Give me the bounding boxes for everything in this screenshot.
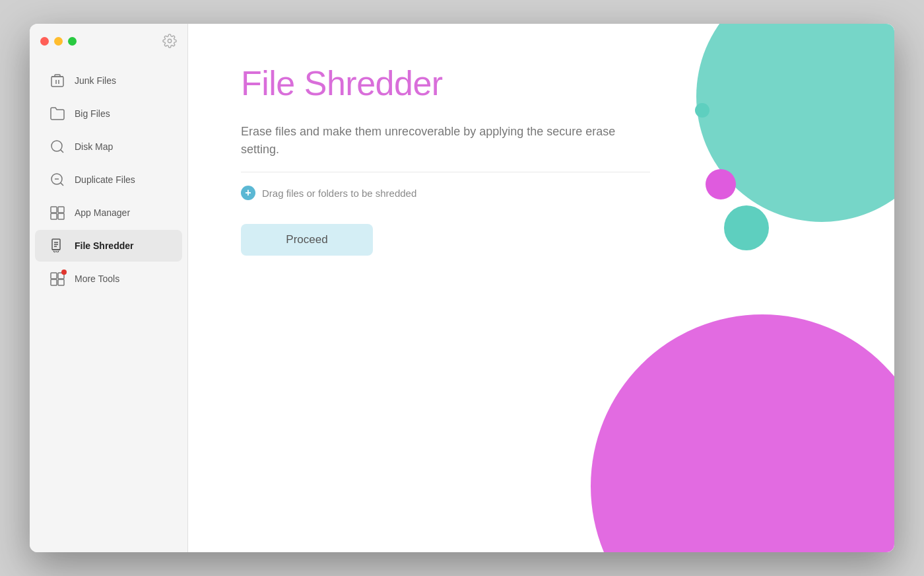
sidebar-item-more-tools[interactable]: More Tools <box>35 263 182 295</box>
page-description: Erase files and make them unrecoverable … <box>241 123 650 172</box>
traffic-lights <box>40 37 77 46</box>
svg-rect-1 <box>51 77 63 87</box>
svg-point-5 <box>51 141 62 151</box>
maximize-button[interactable] <box>68 37 77 46</box>
add-icon: + <box>241 186 255 200</box>
svg-line-16 <box>53 251 55 252</box>
gear-icon[interactable] <box>162 34 177 48</box>
sidebar-item-big-files[interactable]: Big Files <box>35 98 182 129</box>
app-manager-icon <box>48 203 67 222</box>
sidebar-item-file-shredder[interactable]: File Shredder <box>35 230 182 262</box>
junk-files-label: Junk Files <box>75 75 116 86</box>
sidebar-item-app-manager[interactable]: App Manager <box>35 197 182 229</box>
big-files-icon <box>48 104 67 123</box>
svg-line-6 <box>61 150 63 153</box>
big-files-label: Big Files <box>75 108 110 119</box>
disk-map-label: Disk Map <box>75 141 113 152</box>
svg-rect-10 <box>51 207 57 213</box>
proceed-button[interactable]: Proceed <box>241 224 373 256</box>
svg-rect-11 <box>58 207 64 213</box>
close-button[interactable] <box>40 37 49 46</box>
duplicate-files-label: Duplicate Files <box>75 174 135 185</box>
more-tools-icon <box>48 270 67 288</box>
svg-rect-24 <box>51 279 57 285</box>
svg-rect-25 <box>58 279 64 285</box>
sidebar-item-disk-map[interactable]: Disk Map <box>35 131 182 162</box>
page-title: File Shredder <box>241 63 650 103</box>
app-window: Junk Files Big Files Disk Map <box>30 24 894 552</box>
svg-rect-22 <box>51 273 57 279</box>
drag-label: Drag files or folders to be shredded <box>262 188 416 199</box>
content-area: File Shredder Erase files and make them … <box>241 63 650 256</box>
main-content: File Shredder Erase files and make them … <box>188 24 894 552</box>
deco-teal-dot-small <box>695 103 710 118</box>
svg-line-18 <box>57 251 59 252</box>
drag-drop-area[interactable]: + Drag files or folders to be shredded <box>241 186 650 200</box>
file-shredder-icon <box>48 236 67 255</box>
svg-rect-12 <box>51 213 57 219</box>
sidebar-navigation: Junk Files Big Files Disk Map <box>30 58 187 552</box>
sidebar-titlebar <box>30 24 187 58</box>
sidebar: Junk Files Big Files Disk Map <box>30 24 188 552</box>
file-shredder-label: File Shredder <box>75 240 133 251</box>
svg-rect-13 <box>58 213 64 219</box>
deco-purple-dot-medium <box>706 169 736 199</box>
minimize-button[interactable] <box>54 37 63 46</box>
disk-map-icon <box>48 137 67 156</box>
svg-line-8 <box>61 183 63 186</box>
app-manager-label: App Manager <box>75 207 130 218</box>
junk-files-icon <box>48 71 67 90</box>
more-tools-label: More Tools <box>75 273 119 284</box>
sidebar-item-junk-files[interactable]: Junk Files <box>35 65 182 96</box>
duplicate-files-icon <box>48 170 67 189</box>
sidebar-item-duplicate-files[interactable]: Duplicate Files <box>35 164 182 196</box>
more-tools-badge <box>61 270 67 275</box>
deco-teal-dot-medium <box>724 205 769 250</box>
deco-purple-circle-large <box>591 314 894 552</box>
svg-point-0 <box>168 39 172 43</box>
